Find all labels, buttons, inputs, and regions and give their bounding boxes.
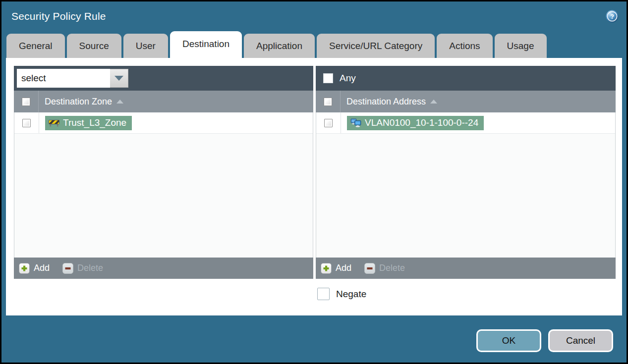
zone-panel-toolbar: select bbox=[14, 66, 313, 91]
address-row-label: VLAN0100_10-1-100-0--24 bbox=[365, 117, 478, 128]
address-table-row[interactable]: VLAN0100_10-1-100-0--24 bbox=[316, 112, 615, 134]
cancel-button[interactable]: Cancel bbox=[548, 329, 613, 352]
zone-type-select-button[interactable] bbox=[110, 69, 128, 88]
zone-column-header-row: Destination Zone bbox=[14, 91, 313, 112]
address-panel-footer: Add Delete bbox=[316, 258, 616, 279]
tab-destination[interactable]: Destination bbox=[170, 31, 242, 58]
minus-icon bbox=[364, 263, 375, 274]
negate-label: Negate bbox=[336, 289, 366, 300]
tab-user[interactable]: User bbox=[123, 34, 168, 58]
zone-column-header[interactable]: Destination Zone bbox=[39, 91, 123, 112]
address-select-all-checkbox[interactable] bbox=[324, 98, 332, 106]
zone-delete-button[interactable]: Delete bbox=[62, 263, 103, 274]
destination-zone-panel: select Destination Zone bbox=[14, 66, 313, 279]
plus-icon bbox=[19, 263, 30, 274]
dialog-button-bar: OK Cancel bbox=[1, 315, 627, 363]
chevron-down-icon bbox=[114, 76, 123, 81]
address-column-header-row: Destination Address bbox=[316, 91, 616, 112]
plus-icon bbox=[321, 263, 332, 274]
panels-container: select Destination Zone bbox=[14, 66, 622, 279]
zone-column-header-label: Destination Zone bbox=[45, 97, 112, 107]
zone-row-checkbox-cell bbox=[14, 112, 39, 133]
zone-type-select-value: select bbox=[17, 69, 110, 88]
zone-icon bbox=[49, 118, 59, 127]
zone-select-all-checkbox[interactable] bbox=[22, 98, 30, 106]
title-bar: Security Policy Rule ? bbox=[1, 1, 627, 31]
address-select-all-cell bbox=[316, 91, 341, 112]
tab-source[interactable]: Source bbox=[67, 34, 121, 58]
zone-value-chip: Trust_L3_Zone bbox=[45, 116, 132, 130]
sort-asc-icon bbox=[430, 100, 437, 104]
any-control: Any bbox=[319, 73, 356, 84]
zone-type-select[interactable]: select bbox=[17, 69, 128, 88]
address-column-header-label: Destination Address bbox=[346, 97, 426, 107]
tab-usage[interactable]: Usage bbox=[495, 34, 547, 58]
zone-select-all-cell bbox=[14, 91, 39, 112]
address-row-checkbox[interactable] bbox=[324, 119, 333, 127]
zone-row-cell: Trust_L3_Zone bbox=[39, 112, 132, 133]
tab-general[interactable]: General bbox=[6, 34, 65, 58]
tab-bar: General Source User Destination Applicat… bbox=[1, 31, 627, 58]
zone-row-label: Trust_L3_Zone bbox=[63, 117, 126, 128]
any-label: Any bbox=[340, 73, 356, 84]
zone-add-button[interactable]: Add bbox=[19, 263, 50, 274]
svg-text:?: ? bbox=[610, 13, 614, 20]
negate-control: Negate bbox=[317, 288, 622, 300]
zone-table-row[interactable]: Trust_L3_Zone bbox=[14, 112, 313, 134]
security-policy-rule-dialog: Security Policy Rule ? General Source Us… bbox=[1, 1, 627, 363]
address-value-chip: VLAN0100_10-1-100-0--24 bbox=[347, 116, 484, 130]
tab-application[interactable]: Application bbox=[244, 34, 315, 58]
address-delete-button[interactable]: Delete bbox=[364, 263, 405, 274]
sort-asc-icon bbox=[116, 100, 123, 104]
zone-delete-label: Delete bbox=[77, 263, 103, 273]
minus-icon bbox=[62, 263, 73, 274]
address-table-body: VLAN0100_10-1-100-0--24 bbox=[316, 112, 616, 258]
tab-service-url-category[interactable]: Service/URL Category bbox=[317, 34, 435, 58]
dialog-title: Security Policy Rule bbox=[11, 10, 106, 22]
help-icon-glyph: ? bbox=[606, 10, 619, 23]
ok-button[interactable]: OK bbox=[476, 329, 541, 352]
address-panel-toolbar: Any bbox=[316, 66, 616, 91]
address-row-cell: VLAN0100_10-1-100-0--24 bbox=[341, 112, 484, 133]
address-add-button[interactable]: Add bbox=[321, 263, 351, 274]
destination-tab-content: select Destination Zone bbox=[6, 58, 622, 315]
zone-add-label: Add bbox=[34, 263, 50, 273]
address-add-label: Add bbox=[336, 263, 351, 273]
zone-row-checkbox[interactable] bbox=[22, 119, 31, 127]
tab-actions[interactable]: Actions bbox=[437, 34, 492, 58]
address-icon bbox=[350, 118, 361, 127]
zone-table-body: Trust_L3_Zone bbox=[14, 112, 313, 258]
destination-address-panel: Any Destination Address bbox=[316, 66, 616, 279]
address-column-header[interactable]: Destination Address bbox=[341, 91, 437, 112]
any-checkbox[interactable] bbox=[323, 73, 333, 83]
address-row-checkbox-cell bbox=[316, 112, 341, 133]
negate-checkbox[interactable] bbox=[317, 288, 330, 300]
address-delete-label: Delete bbox=[379, 263, 405, 273]
zone-panel-footer: Add Delete bbox=[14, 258, 313, 279]
help-icon[interactable]: ? bbox=[606, 10, 619, 23]
